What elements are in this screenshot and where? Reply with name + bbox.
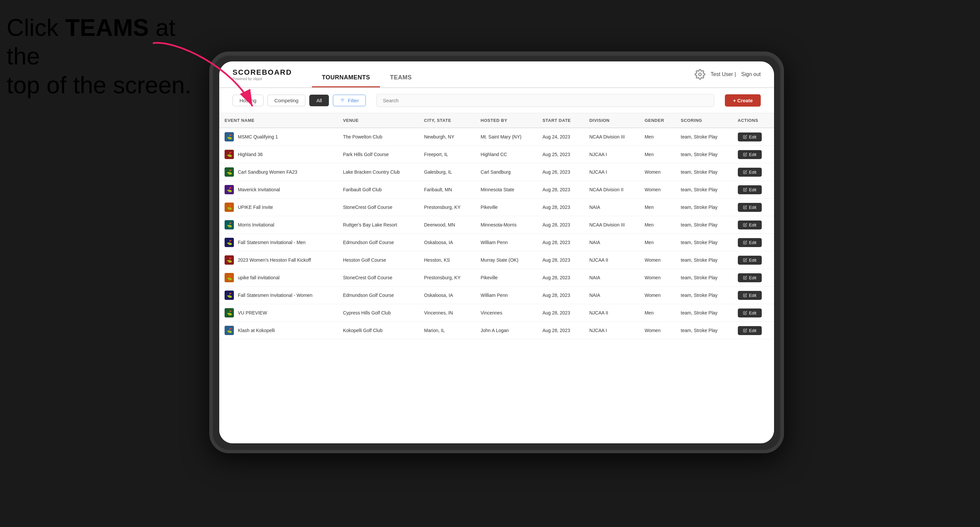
- search-container: [376, 94, 714, 107]
- cell-scoring-2: team, Stroke Play: [675, 163, 732, 181]
- cell-venue-10: Cypress Hills Golf Club: [337, 304, 418, 322]
- edit-button-0[interactable]: Edit: [738, 132, 762, 141]
- edit-button-label-1: Edit: [749, 152, 756, 157]
- instruction-bold: TEAMS: [65, 14, 149, 41]
- edit-icon-7: [743, 258, 747, 262]
- team-logo-10: ⛳: [224, 308, 234, 317]
- sign-out-button[interactable]: Sign out: [741, 71, 761, 77]
- cell-actions-7: Edit: [732, 251, 774, 269]
- competing-filter-button[interactable]: Competing: [267, 95, 305, 106]
- cell-actions-1: Edit: [732, 146, 774, 163]
- cell-start-date-5: Aug 28, 2023: [537, 216, 584, 234]
- edit-button-label-8: Edit: [749, 275, 756, 280]
- tablet-frame: SCOREBOARD Powered by clippit TOURNAMENT…: [209, 51, 784, 453]
- edit-button-label-6: Edit: [749, 240, 756, 245]
- all-filter-button[interactable]: All: [309, 95, 329, 106]
- edit-icon-8: [743, 276, 747, 279]
- nav-tabs: TOURNAMENTS TEAMS: [312, 62, 695, 87]
- edit-button-label-10: Edit: [749, 311, 756, 316]
- edit-icon-4: [743, 205, 747, 209]
- cell-venue-5: Ruttger's Bay Lake Resort: [337, 216, 418, 234]
- cell-scoring-4: team, Stroke Play: [675, 198, 732, 216]
- edit-button-label-5: Edit: [749, 222, 756, 227]
- cell-actions-10: Edit: [732, 304, 774, 322]
- search-input[interactable]: [376, 94, 714, 107]
- cell-hosted-by-8: Pikeville: [476, 269, 537, 287]
- edit-button-6[interactable]: Edit: [738, 238, 762, 247]
- edit-button-2[interactable]: Edit: [738, 168, 762, 177]
- team-logo-2: ⛳: [224, 167, 234, 177]
- edit-button-3[interactable]: Edit: [738, 185, 762, 194]
- event-name-text-6: Fall Statesmen Invitational - Men: [238, 240, 305, 245]
- cell-venue-4: StoneCrest Golf Course: [337, 198, 418, 216]
- col-start-date: START DATE: [537, 113, 584, 128]
- cell-actions-8: Edit: [732, 269, 774, 287]
- edit-icon-2: [743, 170, 747, 174]
- edit-button-5[interactable]: Edit: [738, 221, 762, 229]
- cell-actions-5: Edit: [732, 216, 774, 234]
- nav-tab-teams[interactable]: TEAMS: [380, 74, 422, 87]
- edit-button-9[interactable]: Edit: [738, 291, 762, 300]
- edit-button-10[interactable]: Edit: [738, 308, 762, 317]
- cell-gender-5: Men: [639, 216, 675, 234]
- filter-icon-button[interactable]: Filter: [333, 95, 366, 106]
- team-logo-6: ⛳: [224, 238, 234, 247]
- tablet-screen: SCOREBOARD Powered by clippit TOURNAMENT…: [219, 62, 774, 443]
- cell-division-11: NJCAA I: [584, 322, 640, 340]
- edit-button-4[interactable]: Edit: [738, 203, 762, 212]
- cell-city-state-11: Marion, IL: [419, 322, 476, 340]
- create-button[interactable]: + Create: [725, 94, 761, 106]
- edit-button-8[interactable]: Edit: [738, 273, 762, 282]
- cell-division-4: NAIA: [584, 198, 640, 216]
- cell-city-state-9: Oskaloosa, IA: [419, 287, 476, 304]
- svg-point-1: [698, 73, 701, 76]
- team-logo-7: ⛳: [224, 256, 234, 265]
- edit-icon-3: [743, 187, 747, 192]
- col-hosted-by: HOSTED BY: [476, 113, 537, 128]
- edit-button-label-11: Edit: [749, 328, 756, 333]
- table-row: ⛳ UPIKE Fall Invite StoneCrest Golf Cour…: [219, 198, 774, 216]
- settings-icon[interactable]: [695, 69, 705, 80]
- cell-event-name-9: ⛳ Fall Statesmen Invitational - Women: [219, 287, 337, 304]
- filter-button-label: Filter: [348, 98, 359, 103]
- cell-scoring-0: team, Stroke Play: [675, 128, 732, 146]
- team-logo-3: ⛳: [224, 185, 234, 194]
- cell-actions-6: Edit: [732, 234, 774, 251]
- cell-scoring-6: team, Stroke Play: [675, 234, 732, 251]
- cell-start-date-3: Aug 28, 2023: [537, 181, 584, 198]
- edit-button-7[interactable]: Edit: [738, 256, 762, 265]
- header-right: Test User | Sign out: [695, 69, 761, 80]
- cell-division-2: NJCAA I: [584, 163, 640, 181]
- cell-scoring-11: team, Stroke Play: [675, 322, 732, 340]
- edit-button-label-3: Edit: [749, 187, 756, 192]
- table-row: ⛳ Morris Invitational Ruttger's Bay Lake…: [219, 216, 774, 234]
- event-name-text-5: Morris Invitational: [238, 222, 274, 227]
- cell-scoring-10: team, Stroke Play: [675, 304, 732, 322]
- cell-actions-4: Edit: [732, 198, 774, 216]
- cell-actions-3: Edit: [732, 181, 774, 198]
- event-name-text-7: 2023 Women's Hesston Fall Kickoff: [238, 257, 311, 263]
- cell-hosted-by-7: Murray State (OK): [476, 251, 537, 269]
- edit-button-label-0: Edit: [749, 135, 756, 140]
- team-logo-5: ⛳: [224, 220, 234, 229]
- event-name-text-10: VU PREVIEW: [238, 310, 267, 316]
- cell-start-date-2: Aug 26, 2023: [537, 163, 584, 181]
- cell-event-name-11: ⛳ Klash at Kokopelli: [219, 322, 337, 340]
- cell-gender-1: Men: [639, 146, 675, 163]
- cell-event-name-5: ⛳ Morris Invitational: [219, 216, 337, 234]
- cell-division-9: NAIA: [584, 287, 640, 304]
- team-logo-0: ⛳: [224, 132, 234, 141]
- cell-start-date-7: Aug 28, 2023: [537, 251, 584, 269]
- hosting-filter-button[interactable]: Hosting: [232, 95, 263, 106]
- edit-button-label-4: Edit: [749, 205, 756, 210]
- edit-button-1[interactable]: Edit: [738, 150, 762, 159]
- table-row: ⛳ Carl Sandburg Women FA23 Lake Bracken …: [219, 163, 774, 181]
- nav-tab-tournaments[interactable]: TOURNAMENTS: [312, 74, 380, 87]
- event-name-text-8: upike fall invitational: [238, 275, 279, 280]
- cell-city-state-2: Galesburg, IL: [419, 163, 476, 181]
- table-container[interactable]: EVENT NAME VENUE CITY, STATE HOSTED BY S…: [219, 113, 774, 443]
- cell-event-name-4: ⛳ UPIKE Fall Invite: [219, 198, 337, 216]
- cell-start-date-9: Aug 28, 2023: [537, 287, 584, 304]
- cell-division-5: NCAA Division III: [584, 216, 640, 234]
- edit-button-11[interactable]: Edit: [738, 326, 762, 335]
